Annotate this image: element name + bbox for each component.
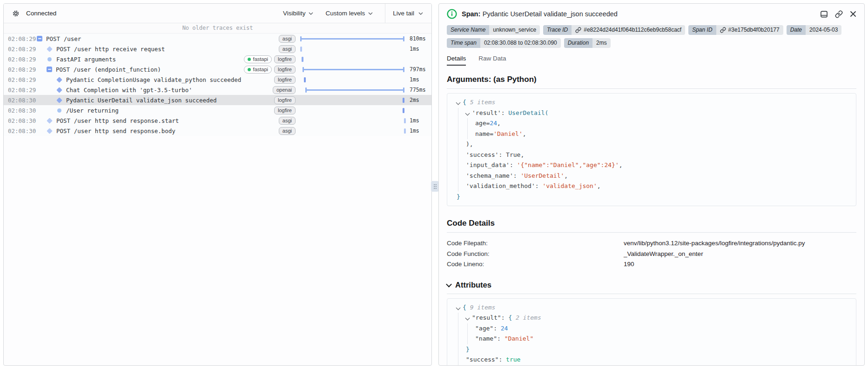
badge-value[interactable]: #e8224d24d41f064b112c6eb9cb58cacf [572, 25, 685, 35]
collapse-chevron-icon[interactable] [465, 316, 470, 321]
trace-row[interactable]: 02:08:29FastAPI argumentsfastapilogfire [4, 54, 431, 64]
row-timestamp: 02:08:29 [8, 76, 37, 83]
custom-levels-menu[interactable]: Custom levels [325, 10, 373, 17]
indent-guide [458, 313, 458, 323]
duration-tick [404, 128, 406, 134]
copy-link-button[interactable] [835, 10, 843, 18]
attributes-section-toggle[interactable]: Attributes [447, 281, 856, 289]
trace-row[interactable]: 02:08:29POST /user http receive requesta… [4, 44, 431, 54]
tab-details[interactable]: Details [447, 55, 466, 66]
arguments-line: ), [452, 139, 851, 150]
attributes-line: { 9 items [452, 302, 851, 313]
dock-panel-button[interactable] [820, 10, 828, 18]
chevron-down-icon [368, 12, 373, 15]
code-token-plain: name= [475, 130, 493, 137]
code-detail-row: Code Function:_ValidateWrapper._on_enter [447, 249, 856, 260]
code-detail-value: 190 [624, 259, 634, 270]
tag-list: fastapilogfire [244, 66, 296, 74]
close-panel-button[interactable] [850, 11, 856, 17]
instrumentation-tag: asgi [279, 35, 296, 43]
indent-guide [467, 334, 468, 344]
row-timestamp: 02:08:30 [8, 97, 37, 104]
indent-guide [458, 181, 458, 192]
duration-tick [300, 47, 302, 52]
code-token-plain: ), [466, 141, 473, 148]
panel-resize-handle[interactable] [431, 181, 439, 192]
duration-tick [302, 57, 303, 62]
duration-bar-area [300, 85, 405, 95]
indent-guide [458, 139, 458, 150]
no-older-traces-notice: No older traces exist [4, 23, 431, 34]
duration-tick [403, 98, 404, 103]
duration-bar-area [300, 34, 405, 44]
collapse-chevron-icon[interactable] [456, 101, 461, 105]
code-token-key: 'input_data' [466, 161, 510, 168]
trace-row[interactable]: 02:08:30POST /user http send response.bo… [4, 126, 431, 136]
code-token-key: "success" [466, 356, 498, 363]
trace-row[interactable]: 02:08:30Pydantic UserDetail validate_jso… [4, 95, 431, 105]
trace-row[interactable]: 02:08:29POST /userasgi810ms [4, 34, 431, 44]
collapse-toggle-icon[interactable] [37, 36, 42, 41]
span-tree-cell: Pydantic UserDetail validate_json succee… [37, 97, 270, 104]
duration-label: 1ms [405, 76, 427, 83]
tag-label: asgi [283, 128, 292, 134]
row-timestamp: 02:08:29 [8, 35, 37, 42]
code-token-brace: { [463, 304, 470, 311]
span-metadata-badges: Service Nameunknown_serviceTrace ID#e822… [447, 25, 856, 48]
panel-gutter [432, 3, 438, 366]
code-token-meta: 5 items [470, 99, 496, 106]
collapse-chevron-icon[interactable] [465, 111, 470, 115]
info-icon [447, 9, 457, 19]
metadata-badge-time-span: Time span02:08:30.088 to 02:08:30.090 [447, 38, 561, 48]
code-token-plain: : [493, 325, 501, 332]
custom-levels-menu-label: Custom levels [325, 10, 365, 17]
indent-guide [458, 108, 458, 119]
span-label: Chat Completion with 'gpt-3.5-turbo' [66, 87, 192, 94]
instrumentation-tag: asgi [279, 45, 296, 53]
tab-raw-data[interactable]: Raw Data [478, 55, 506, 66]
tag-label: logfire [278, 56, 292, 62]
code-token-plain: : [501, 314, 509, 321]
span-tree-cell: POST /user (endpoint_function) [37, 66, 240, 73]
trace-row[interactable]: 02:08:30/User returninglogfire [4, 105, 431, 115]
collapse-toggle-icon[interactable] [47, 67, 52, 72]
code-token-plain: : [513, 172, 521, 179]
badge-value-text: unknown_service [493, 25, 536, 35]
trace-row[interactable]: 02:08:29POST /user (endpoint_function)fa… [4, 64, 431, 74]
metadata-badge-service-name: Service Nameunknown_service [447, 25, 540, 35]
span-diamond-icon [56, 77, 62, 83]
indent-guide [458, 344, 458, 355]
settings-button[interactable] [10, 7, 22, 20]
span-label: POST /user http send response.start [56, 117, 179, 124]
duration-label: 1ms [405, 46, 427, 52]
code-token-plain: , [520, 151, 524, 158]
log-circle-icon [47, 57, 52, 61]
arguments-line: age=24, [452, 118, 851, 129]
code-token-num: 24 [490, 120, 497, 127]
trace-row[interactable]: 02:08:29Pydantic CompletionUsage validat… [4, 74, 431, 85]
tag-list: logfire [274, 96, 296, 104]
code-token-plain: , [564, 172, 568, 179]
badge-value: unknown_service [489, 25, 540, 35]
span-tree-cell: Pydantic CompletionUsage validate_python… [37, 76, 270, 83]
visibility-menu[interactable]: Visibility [283, 10, 314, 17]
badge-label: Time span [447, 38, 480, 48]
section-divider [447, 88, 856, 89]
instrumentation-tag: logfire [274, 107, 296, 114]
instrumentation-tag: logfire [274, 96, 296, 104]
span-kind-label: Span: [462, 10, 480, 18]
trace-row[interactable]: 02:08:30POST /user http send response.st… [4, 115, 431, 126]
code-token-key: 'success' [466, 151, 498, 158]
duration-tick [404, 118, 406, 123]
span-label: Pydantic CompletionUsage validate_python… [66, 76, 241, 83]
badge-value[interactable]: #3e175db4f0b20177 [716, 25, 783, 35]
link-icon [575, 27, 581, 33]
live-tail-select[interactable]: Live tail [385, 4, 431, 23]
green-dot-icon [248, 68, 251, 71]
row-timestamp: 02:08:30 [8, 127, 37, 134]
code-token-plain: , [497, 120, 501, 127]
collapse-chevron-icon[interactable] [456, 305, 461, 310]
trace-row[interactable]: 02:08:29Chat Completion with 'gpt-3.5-tu… [4, 85, 431, 95]
span-diamond-icon [56, 97, 62, 103]
tag-label: asgi [283, 46, 292, 52]
